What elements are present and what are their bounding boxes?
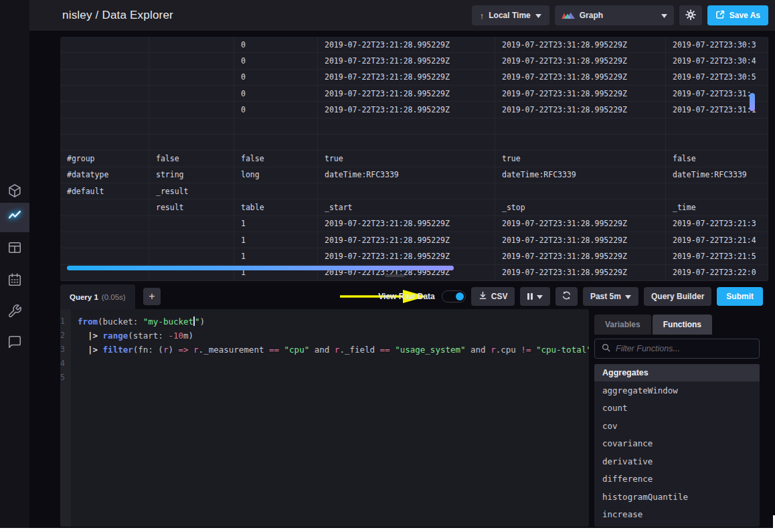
graph-settings-button[interactable] bbox=[679, 5, 702, 25]
table-cell bbox=[60, 135, 149, 150]
function-list-item[interactable]: aggregateWindow bbox=[594, 381, 760, 400]
add-query-button[interactable]: + bbox=[143, 288, 161, 305]
time-range-dropdown[interactable]: Past 5m bbox=[583, 287, 638, 306]
function-list-item[interactable]: covariance bbox=[594, 435, 760, 453]
panel-resize-handle[interactable] bbox=[385, 274, 405, 277]
table-cell: _time bbox=[666, 199, 768, 215]
code-token: ._field bbox=[339, 345, 379, 355]
table-row: 12019-07-22T23:21:28.995229Z2019-07-22T2… bbox=[60, 216, 768, 232]
table-cell: 2019-07-22T23:30:5 bbox=[666, 70, 768, 85]
function-list-item[interactable]: count bbox=[594, 400, 760, 418]
timezone-label: Local Time bbox=[489, 11, 530, 20]
feedback-chat-icon bbox=[7, 335, 22, 352]
editor-code[interactable]: from(bucket: "my-bucket") |> range(start… bbox=[71, 309, 589, 527]
table-cell bbox=[149, 248, 234, 264]
query-tab[interactable]: Query 1 (0.05s) bbox=[60, 284, 135, 309]
code-line bbox=[78, 371, 589, 385]
tab-variables[interactable]: Variables bbox=[594, 315, 651, 335]
table-row: #default_result bbox=[60, 183, 768, 199]
table-cell: 2019-07-22T23:31:28.995229Z bbox=[495, 232, 666, 248]
table-cell: 2019-07-22T23:30:3 bbox=[666, 37, 768, 52]
table-cell: 0 bbox=[234, 53, 318, 68]
code-token: .cpu bbox=[496, 345, 521, 355]
function-list-item[interactable]: histogramQuantile bbox=[594, 488, 760, 506]
table-cell bbox=[149, 86, 234, 101]
query-tab-name: Query 1 bbox=[70, 293, 98, 301]
refresh-button[interactable] bbox=[555, 287, 578, 306]
flux-editor[interactable]: 12345 from(bucket: "my-bucket") |> range… bbox=[60, 309, 589, 527]
table-cell bbox=[149, 135, 234, 150]
table-cell: #group bbox=[60, 151, 149, 166]
code-token: "cpu" bbox=[284, 345, 310, 355]
code-line: from(bucket: "my-bucket") bbox=[78, 315, 589, 329]
table-cell: 2019-07-22T23:31:28.995229Z bbox=[495, 265, 666, 280]
line-number: 1 bbox=[60, 315, 71, 329]
table-cell: dateTime:RFC3339 bbox=[318, 167, 495, 183]
sidebar-item-data-explorer[interactable] bbox=[0, 203, 29, 232]
editor-gutter: 12345 bbox=[60, 309, 71, 527]
tab-functions[interactable]: Functions bbox=[653, 315, 712, 335]
table-cell: 2019-07-22T23:31:28.995229Z bbox=[495, 102, 666, 117]
table-cell: dateTime:RFC3339 bbox=[495, 167, 666, 183]
visualization-type-dropdown[interactable]: Graph bbox=[555, 5, 674, 25]
table-cell bbox=[60, 102, 149, 117]
sidebar-item-influxdb-logo[interactable] bbox=[0, 178, 29, 206]
top-header: nisley / Data Explorer ↑ Local Time Grap… bbox=[29, 0, 775, 31]
sidebar-item-feedback[interactable] bbox=[0, 329, 29, 357]
table-row: 12019-07-22T23:21:28.995229Z2019-07-22T2… bbox=[60, 232, 768, 248]
function-list-item[interactable]: derivative bbox=[594, 452, 760, 470]
submit-label: Submit bbox=[726, 292, 754, 301]
code-token: |> bbox=[88, 345, 103, 355]
code-token: "cpu-total" bbox=[536, 345, 589, 355]
code-line: |> range(start: -10m) bbox=[78, 329, 589, 343]
sidebar-item-dashboards[interactable] bbox=[0, 235, 29, 263]
table-cell: 2019-07-22T23:21:3 bbox=[666, 216, 768, 232]
code-token: and bbox=[309, 345, 335, 355]
pause-dropdown-button[interactable] bbox=[520, 287, 550, 306]
query-tab-duration: (0.05s) bbox=[102, 293, 126, 301]
table-cell: _stop bbox=[495, 199, 666, 215]
table-cell: 2019-07-22T23:30:4 bbox=[666, 53, 768, 68]
table-cell: dateTime:RFC3339 bbox=[666, 167, 768, 183]
function-list-item[interactable]: increase bbox=[594, 506, 760, 524]
sidebar-item-tasks[interactable] bbox=[0, 267, 29, 295]
page-title: nisley / Data Explorer bbox=[62, 9, 173, 22]
table-cell bbox=[234, 118, 318, 134]
function-list-item[interactable]: cov bbox=[594, 417, 760, 435]
view-raw-data-toggle[interactable] bbox=[442, 290, 466, 302]
sidebar-item-settings[interactable] bbox=[0, 298, 29, 327]
raw-data-table-body: 02019-07-22T23:21:28.995229Z2019-07-22T2… bbox=[60, 37, 768, 281]
table-cell: 2019-07-22T23:21:28.995229Z bbox=[318, 53, 495, 68]
table-cell bbox=[149, 216, 234, 232]
timezone-dropdown[interactable]: ↑ Local Time bbox=[472, 5, 549, 25]
table-cell: false bbox=[666, 151, 768, 166]
table-row: 02019-07-22T23:21:28.995229Z2019-07-22T2… bbox=[60, 37, 768, 53]
function-list-item[interactable]: difference bbox=[594, 470, 760, 489]
code-line bbox=[78, 357, 589, 371]
table-cell: #datatype bbox=[60, 167, 149, 183]
filter-functions-input[interactable] bbox=[616, 344, 752, 353]
save-as-label: Save As bbox=[729, 11, 760, 20]
code-token: -10 bbox=[168, 331, 183, 341]
table-row: #datatypestringlongdateTime:RFC3339dateT… bbox=[60, 167, 768, 183]
submit-button[interactable]: Submit bbox=[717, 287, 763, 306]
table-cell bbox=[60, 53, 149, 68]
chevron-down-icon bbox=[537, 292, 543, 301]
table-cell: 2019-07-22T23:21:28.995229Z bbox=[318, 102, 495, 117]
horizontal-scrollbar[interactable] bbox=[67, 266, 454, 270]
function-list-item[interactable]: integral bbox=[594, 523, 760, 527]
vertical-scrollbar[interactable] bbox=[750, 93, 755, 111]
tasks-calendar-icon bbox=[7, 272, 22, 290]
code-token: "my-bucket bbox=[143, 317, 193, 327]
code-token: from bbox=[78, 317, 98, 327]
csv-download-button[interactable]: CSV bbox=[471, 287, 515, 306]
line-number: 4 bbox=[60, 357, 71, 371]
table-cell: 2019-07-22T23:21:5 bbox=[666, 248, 768, 264]
line-number: 2 bbox=[60, 329, 71, 343]
save-as-button[interactable]: Save As bbox=[707, 5, 768, 25]
table-cell: 2019-07-22T23:21:28.995229Z bbox=[318, 216, 495, 232]
query-builder-button[interactable]: Query Builder bbox=[644, 287, 711, 306]
table-row: resulttable_start_stop_time bbox=[60, 199, 768, 215]
table-cell: true bbox=[495, 151, 666, 166]
table-cell: _result bbox=[149, 183, 234, 199]
